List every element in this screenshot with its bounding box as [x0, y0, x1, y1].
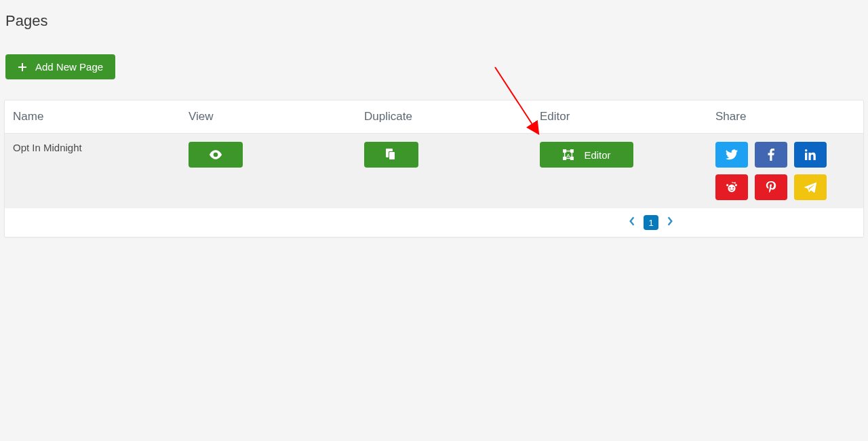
- svg-point-21: [730, 187, 731, 189]
- svg-point-16: [805, 149, 807, 151]
- svg-point-18: [735, 184, 737, 186]
- svg-rect-9: [571, 157, 574, 160]
- linkedin-icon: [805, 149, 816, 160]
- svg-text:A: A: [567, 153, 571, 159]
- share-facebook-button[interactable]: [755, 142, 787, 168]
- svg-point-2: [214, 153, 216, 155]
- reddit-icon: [725, 182, 738, 193]
- add-new-page-label: Add New Page: [35, 61, 103, 73]
- vector-editor-icon: A: [562, 149, 574, 161]
- chevron-right-icon: [667, 216, 673, 226]
- svg-rect-7: [571, 150, 574, 153]
- svg-point-22: [732, 187, 734, 189]
- facebook-icon: [768, 149, 774, 161]
- svg-rect-15: [805, 153, 807, 160]
- editor-button-label: Editor: [584, 149, 610, 161]
- share-linkedin-button[interactable]: [794, 142, 827, 168]
- plus-icon: [18, 62, 27, 72]
- col-header-name: Name: [5, 100, 180, 134]
- share-pinterest-button[interactable]: [755, 174, 787, 200]
- duplicate-button[interactable]: [364, 142, 418, 168]
- pages-table: Name View Duplicate Editor Share Opt In …: [4, 100, 864, 237]
- share-reddit-button[interactable]: [715, 174, 748, 200]
- pagination-prev[interactable]: [626, 215, 638, 230]
- col-header-share: Share: [707, 100, 863, 134]
- svg-rect-5: [389, 152, 395, 159]
- pagination: 1: [439, 208, 863, 237]
- pagination-page-1[interactable]: 1: [644, 215, 658, 230]
- pagination-next[interactable]: [664, 215, 676, 230]
- copy-icon: [386, 149, 397, 161]
- col-header-editor: Editor: [532, 100, 707, 134]
- svg-rect-6: [564, 150, 566, 153]
- svg-point-19: [726, 184, 728, 186]
- share-twitter-button[interactable]: [715, 142, 748, 168]
- svg-point-17: [728, 185, 735, 192]
- row-name: Opt In Midnight: [5, 134, 180, 209]
- telegram-icon: [804, 182, 816, 193]
- editor-button[interactable]: A Editor: [540, 142, 633, 168]
- add-new-page-button[interactable]: Add New Page: [5, 54, 115, 79]
- page-title: Pages: [0, 0, 868, 35]
- table-row: Opt In Midnight: [5, 134, 863, 209]
- col-header-view: View: [180, 100, 356, 134]
- pinterest-icon: [766, 181, 776, 193]
- share-buttons: [715, 142, 855, 200]
- eye-icon: [209, 150, 222, 159]
- col-header-duplicate: Duplicate: [356, 100, 532, 134]
- share-telegram-button[interactable]: [794, 174, 827, 200]
- view-button[interactable]: [189, 142, 243, 168]
- svg-rect-8: [564, 157, 566, 160]
- chevron-left-icon: [629, 216, 635, 226]
- twitter-icon: [726, 149, 738, 160]
